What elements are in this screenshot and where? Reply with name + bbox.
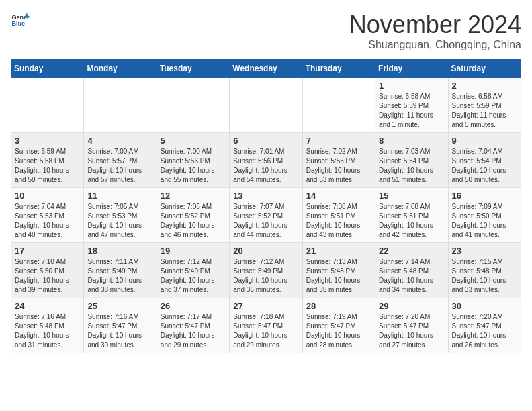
calendar-cell-w2-d1: 3Sunrise: 6:59 AM Sunset: 5:58 PM Daylig… [11,133,84,188]
calendar-cell-w1-d2 [84,78,157,133]
col-thursday: Thursday [302,60,375,78]
day-info: Sunrise: 7:15 AM Sunset: 5:48 PM Dayligh… [452,257,517,295]
day-info: Sunrise: 7:03 AM Sunset: 5:54 PM Dayligh… [379,147,444,185]
day-info: Sunrise: 7:12 AM Sunset: 5:49 PM Dayligh… [233,257,298,295]
title-block: November 2024 Shuangquan, Chongqing, Chi… [349,11,521,51]
month-title: November 2024 [349,11,521,39]
day-number: 29 [379,301,444,311]
day-number: 22 [379,246,444,256]
calendar-body: 1Sunrise: 6:58 AM Sunset: 5:59 PM Daylig… [11,78,521,353]
day-number: 3 [15,136,80,146]
day-number: 2 [452,81,517,91]
day-number: 11 [87,191,152,201]
day-number: 26 [161,301,226,311]
day-info: Sunrise: 6:59 AM Sunset: 5:58 PM Dayligh… [15,147,80,185]
logo-icon: General Blue [11,11,30,30]
day-number: 30 [452,301,517,311]
calendar-cell-w2-d3: 5Sunrise: 7:00 AM Sunset: 5:56 PM Daylig… [157,133,229,188]
calendar-week-1: 1Sunrise: 6:58 AM Sunset: 5:59 PM Daylig… [11,78,521,133]
day-info: Sunrise: 7:20 AM Sunset: 5:47 PM Dayligh… [452,312,517,350]
col-tuesday: Tuesday [157,60,229,78]
calendar-cell-w5-d2: 25Sunrise: 7:16 AM Sunset: 5:47 PM Dayli… [84,298,157,353]
calendar-cell-w2-d7: 9Sunrise: 7:04 AM Sunset: 5:54 PM Daylig… [448,133,521,188]
calendar-cell-w1-d1 [11,78,84,133]
day-number: 19 [161,246,226,256]
day-info: Sunrise: 7:16 AM Sunset: 5:48 PM Dayligh… [15,312,80,350]
calendar-cell-w4-d7: 23Sunrise: 7:15 AM Sunset: 5:48 PM Dayli… [448,243,521,298]
day-info: Sunrise: 7:07 AM Sunset: 5:52 PM Dayligh… [233,202,298,240]
day-number: 15 [379,191,444,201]
day-number: 8 [379,136,444,146]
calendar-cell-w1-d6: 1Sunrise: 6:58 AM Sunset: 5:59 PM Daylig… [375,78,448,133]
calendar-cell-w4-d4: 20Sunrise: 7:12 AM Sunset: 5:49 PM Dayli… [230,243,302,298]
calendar-header-row: Sunday Monday Tuesday Wednesday Thursday… [11,60,521,78]
day-info: Sunrise: 7:11 AM Sunset: 5:49 PM Dayligh… [87,257,152,295]
day-number: 1 [379,81,444,91]
day-number: 7 [306,136,371,146]
page-header: General Blue November 2024 Shuangquan, C… [11,11,521,51]
day-info: Sunrise: 7:02 AM Sunset: 5:55 PM Dayligh… [306,147,371,185]
calendar-cell-w4-d3: 19Sunrise: 7:12 AM Sunset: 5:49 PM Dayli… [157,243,229,298]
calendar-week-4: 17Sunrise: 7:10 AM Sunset: 5:50 PM Dayli… [11,243,521,298]
day-number: 12 [161,191,226,201]
calendar-week-3: 10Sunrise: 7:04 AM Sunset: 5:53 PM Dayli… [11,188,521,243]
calendar-cell-w4-d1: 17Sunrise: 7:10 AM Sunset: 5:50 PM Dayli… [11,243,84,298]
svg-text:Blue: Blue [11,20,25,27]
day-info: Sunrise: 7:00 AM Sunset: 5:57 PM Dayligh… [87,147,152,185]
day-info: Sunrise: 7:00 AM Sunset: 5:56 PM Dayligh… [161,147,226,185]
calendar-cell-w3-d4: 13Sunrise: 7:07 AM Sunset: 5:52 PM Dayli… [230,188,302,243]
day-number: 20 [233,246,298,256]
col-saturday: Saturday [448,60,521,78]
day-info: Sunrise: 6:58 AM Sunset: 5:59 PM Dayligh… [379,92,444,130]
calendar-cell-w5-d5: 28Sunrise: 7:19 AM Sunset: 5:47 PM Dayli… [302,298,375,353]
day-number: 25 [87,301,152,311]
calendar-cell-w4-d2: 18Sunrise: 7:11 AM Sunset: 5:49 PM Dayli… [84,243,157,298]
day-info: Sunrise: 7:01 AM Sunset: 5:56 PM Dayligh… [233,147,298,185]
day-info: Sunrise: 7:12 AM Sunset: 5:49 PM Dayligh… [161,257,226,295]
day-info: Sunrise: 7:09 AM Sunset: 5:50 PM Dayligh… [452,202,517,240]
calendar-cell-w2-d4: 6Sunrise: 7:01 AM Sunset: 5:56 PM Daylig… [230,133,302,188]
location-title: Shuangquan, Chongqing, China [349,39,521,51]
day-info: Sunrise: 7:14 AM Sunset: 5:48 PM Dayligh… [379,257,444,295]
col-monday: Monday [84,60,157,78]
day-info: Sunrise: 7:18 AM Sunset: 5:47 PM Dayligh… [233,312,298,350]
calendar-cell-w3-d5: 14Sunrise: 7:08 AM Sunset: 5:51 PM Dayli… [302,188,375,243]
calendar-cell-w5-d3: 26Sunrise: 7:17 AM Sunset: 5:47 PM Dayli… [157,298,229,353]
calendar-cell-w5-d4: 27Sunrise: 7:18 AM Sunset: 5:47 PM Dayli… [230,298,302,353]
calendar-cell-w5-d7: 30Sunrise: 7:20 AM Sunset: 5:47 PM Dayli… [448,298,521,353]
day-info: Sunrise: 7:04 AM Sunset: 5:53 PM Dayligh… [15,202,80,240]
day-info: Sunrise: 7:17 AM Sunset: 5:47 PM Dayligh… [161,312,226,350]
calendar-cell-w3-d1: 10Sunrise: 7:04 AM Sunset: 5:53 PM Dayli… [11,188,84,243]
day-number: 13 [233,191,298,201]
calendar-cell-w3-d2: 11Sunrise: 7:05 AM Sunset: 5:53 PM Dayli… [84,188,157,243]
calendar-cell-w5-d6: 29Sunrise: 7:20 AM Sunset: 5:47 PM Dayli… [375,298,448,353]
day-info: Sunrise: 7:20 AM Sunset: 5:47 PM Dayligh… [379,312,444,350]
calendar-table: Sunday Monday Tuesday Wednesday Thursday… [11,59,521,353]
day-number: 17 [15,246,80,256]
calendar-cell-w2-d2: 4Sunrise: 7:00 AM Sunset: 5:57 PM Daylig… [84,133,157,188]
day-number: 14 [306,191,371,201]
calendar-cell-w2-d5: 7Sunrise: 7:02 AM Sunset: 5:55 PM Daylig… [302,133,375,188]
logo: General Blue [11,11,30,30]
calendar-cell-w1-d5 [302,78,375,133]
day-number: 6 [233,136,298,146]
col-friday: Friday [375,60,448,78]
col-wednesday: Wednesday [230,60,302,78]
calendar-cell-w1-d3 [157,78,229,133]
day-number: 24 [15,301,80,311]
calendar-cell-w5-d1: 24Sunrise: 7:16 AM Sunset: 5:48 PM Dayli… [11,298,84,353]
calendar-cell-w3-d7: 16Sunrise: 7:09 AM Sunset: 5:50 PM Dayli… [448,188,521,243]
day-info: Sunrise: 7:05 AM Sunset: 5:53 PM Dayligh… [87,202,152,240]
day-number: 28 [306,301,371,311]
calendar-cell-w1-d7: 2Sunrise: 6:58 AM Sunset: 5:59 PM Daylig… [448,78,521,133]
day-number: 5 [161,136,226,146]
calendar-week-5: 24Sunrise: 7:16 AM Sunset: 5:48 PM Dayli… [11,298,521,353]
calendar-cell-w3-d3: 12Sunrise: 7:06 AM Sunset: 5:52 PM Dayli… [157,188,229,243]
day-number: 16 [452,191,517,201]
day-number: 10 [15,191,80,201]
calendar-cell-w2-d6: 8Sunrise: 7:03 AM Sunset: 5:54 PM Daylig… [375,133,448,188]
col-sunday: Sunday [11,60,84,78]
day-info: Sunrise: 7:08 AM Sunset: 5:51 PM Dayligh… [379,202,444,240]
calendar-cell-w3-d6: 15Sunrise: 7:08 AM Sunset: 5:51 PM Dayli… [375,188,448,243]
day-info: Sunrise: 7:19 AM Sunset: 5:47 PM Dayligh… [306,312,371,350]
